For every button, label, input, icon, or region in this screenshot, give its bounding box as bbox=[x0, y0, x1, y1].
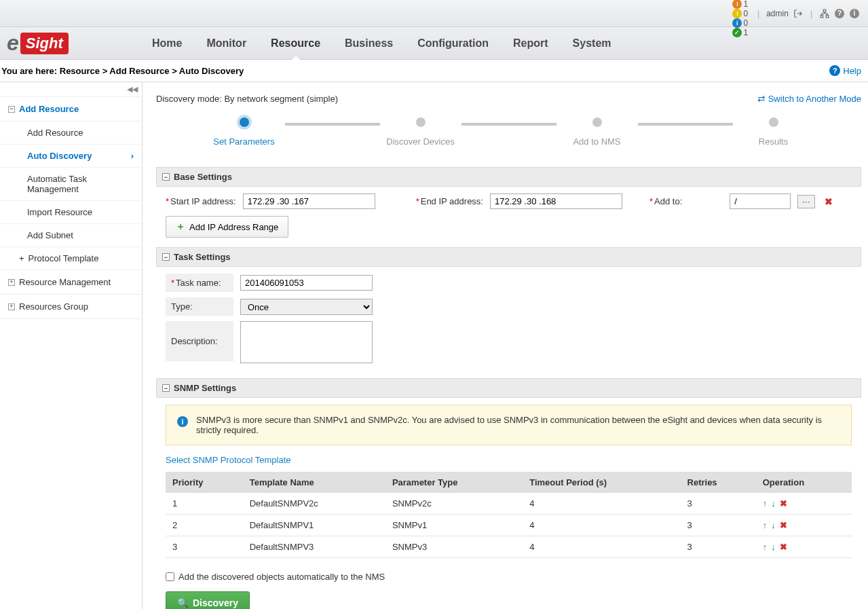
sidebar-item-add-subnet[interactable]: Add Subnet bbox=[0, 224, 142, 247]
user-name[interactable]: admin bbox=[766, 9, 789, 18]
task-name-label: *Task name: bbox=[166, 274, 233, 292]
add-to-browse-button[interactable]: ··· bbox=[797, 195, 815, 208]
sidebar: ◀◀ − Add Resource Add Resource Auto Disc… bbox=[0, 82, 143, 609]
expand-icon[interactable]: + bbox=[19, 253, 24, 263]
add-ip-range-button[interactable]: ＋ Add IP Address Range bbox=[166, 216, 288, 238]
auto-add-label: Add the discovered objects automatically… bbox=[178, 572, 385, 582]
delete-icon[interactable]: ✖ bbox=[780, 520, 787, 530]
sidebar-item-protocol-template[interactable]: + Protocol Template bbox=[0, 247, 142, 270]
sidebar-group-add-resource[interactable]: − Add Resource bbox=[0, 97, 142, 122]
sidebar-group-resource-management[interactable]: + Resource Management bbox=[0, 270, 142, 295]
info-icon[interactable]: i bbox=[849, 8, 860, 19]
breadcrumb-item[interactable]: Resource bbox=[60, 66, 100, 76]
collapse-icon[interactable]: − bbox=[162, 173, 170, 181]
section-header-snmp: − SNMP Settings bbox=[156, 378, 861, 398]
search-icon: 🔍 bbox=[177, 597, 189, 608]
auto-add-checkbox[interactable] bbox=[166, 572, 174, 581]
separator: | bbox=[810, 9, 812, 18]
collapse-icon[interactable]: − bbox=[8, 106, 15, 113]
start-ip-input[interactable] bbox=[243, 193, 375, 209]
help-icon[interactable]: ? bbox=[834, 8, 845, 19]
task-type-select[interactable]: Once bbox=[240, 299, 373, 315]
move-down-icon[interactable]: ↓ bbox=[771, 498, 776, 509]
logout-icon[interactable] bbox=[793, 8, 804, 19]
help-link[interactable]: ? Help bbox=[829, 65, 861, 76]
move-up-icon[interactable]: ↑ bbox=[763, 542, 768, 552]
logo[interactable]: eSight bbox=[7, 31, 122, 56]
sidebar-group-resources-group[interactable]: + Resources Group bbox=[0, 295, 142, 319]
expand-icon[interactable]: + bbox=[8, 303, 15, 310]
nav-system[interactable]: System bbox=[570, 28, 614, 59]
svg-rect-0 bbox=[823, 10, 826, 12]
separator: | bbox=[757, 9, 759, 18]
nav-report[interactable]: Report bbox=[510, 28, 551, 59]
svg-rect-2 bbox=[826, 15, 829, 18]
task-desc-textarea[interactable] bbox=[240, 321, 373, 363]
status-badge[interactable]: ✓1 bbox=[732, 28, 748, 37]
start-ip-label: *Start IP address: bbox=[166, 196, 236, 206]
nav-business[interactable]: Business bbox=[342, 28, 396, 59]
status-badge[interactable]: !0 bbox=[732, 9, 748, 18]
table-header: Priority bbox=[166, 472, 243, 493]
snmp-info-text: SNMPv3 is more secure than SNMPv1 and SN… bbox=[196, 415, 840, 435]
wizard-step: Set Parameters bbox=[204, 117, 285, 147]
chevron-right-icon: › bbox=[131, 151, 134, 161]
task-type-label: Type: bbox=[166, 297, 233, 316]
sidebar-item-auto-discovery[interactable]: Auto Discovery › bbox=[0, 145, 142, 168]
wizard: Set ParametersDiscover DevicesAdd to NMS… bbox=[183, 117, 834, 147]
status-badge[interactable]: i0 bbox=[732, 18, 748, 28]
select-snmp-template-link[interactable]: Select SNMP Protocol Template bbox=[166, 455, 291, 465]
table-header: Parameter Type bbox=[385, 472, 523, 493]
move-down-icon[interactable]: ↓ bbox=[771, 520, 776, 530]
move-down-icon[interactable]: ↓ bbox=[771, 542, 776, 552]
collapse-icon[interactable]: − bbox=[162, 253, 170, 261]
main-nav: HomeMonitorResourceBusinessConfiguration… bbox=[122, 28, 614, 59]
nav-monitor[interactable]: Monitor bbox=[204, 28, 249, 59]
table-row: 2DefaultSNMPV1SNMPv143↑↓✖ bbox=[166, 515, 852, 536]
section-header-task: − Task Settings bbox=[156, 247, 861, 267]
wizard-step: Results bbox=[733, 117, 814, 147]
svg-rect-1 bbox=[820, 15, 823, 18]
table-header: Operation bbox=[756, 472, 852, 493]
discovery-button[interactable]: 🔍 Discovery bbox=[166, 591, 250, 609]
add-to-label: *Add to: bbox=[649, 196, 682, 206]
table-header: Template Name bbox=[243, 472, 385, 493]
collapse-icon[interactable]: − bbox=[162, 384, 170, 392]
end-ip-input[interactable] bbox=[490, 193, 622, 209]
wizard-step: Add to NMS bbox=[556, 117, 638, 147]
task-name-input[interactable] bbox=[240, 275, 373, 291]
discovery-mode-label: Discovery mode: By network segment (simp… bbox=[156, 94, 338, 104]
remove-row-icon[interactable]: ✖ bbox=[825, 196, 833, 207]
sidebar-item-import-resource[interactable]: Import Resource bbox=[0, 201, 142, 224]
move-up-icon[interactable]: ↑ bbox=[763, 498, 768, 509]
delete-icon[interactable]: ✖ bbox=[780, 498, 787, 509]
sidebar-item-auto-task[interactable]: Automatic Task Management bbox=[0, 168, 142, 201]
task-desc-label: Description: bbox=[166, 321, 233, 361]
snmp-info-box: i SNMPv3 is more secure than SNMPv1 and … bbox=[166, 405, 852, 445]
topology-icon[interactable] bbox=[819, 8, 830, 19]
sidebar-item-add-resource[interactable]: Add Resource bbox=[0, 122, 142, 145]
plus-icon: ＋ bbox=[176, 221, 185, 233]
status-badge[interactable]: !1 bbox=[732, 0, 748, 9]
table-header: Timeout Period (s) bbox=[523, 472, 680, 493]
info-icon: i bbox=[177, 416, 188, 427]
breadcrumb-item[interactable]: Add Resource bbox=[109, 66, 169, 76]
topbar: ⟳1!1!0i0✓1 | admin | ? i bbox=[0, 0, 868, 27]
delete-icon[interactable]: ✖ bbox=[780, 542, 787, 552]
add-to-input[interactable] bbox=[730, 193, 791, 209]
sidebar-collapse-icon[interactable]: ◀◀ bbox=[0, 82, 142, 97]
nav-resource[interactable]: Resource bbox=[268, 28, 323, 59]
section-header-base: − Base Settings bbox=[156, 167, 861, 187]
breadcrumb: You are here: Resource > Add Resource > … bbox=[1, 66, 244, 76]
help-icon: ? bbox=[829, 65, 840, 76]
table-row: 1DefaultSNMPV2cSNMPv2c43↑↓✖ bbox=[166, 493, 852, 515]
main-content: Discovery mode: By network segment (simp… bbox=[143, 82, 868, 609]
nav-configuration[interactable]: Configuration bbox=[415, 28, 491, 59]
move-up-icon[interactable]: ↑ bbox=[763, 520, 768, 530]
breadcrumb-prefix: You are here: bbox=[1, 66, 57, 76]
nav-home[interactable]: Home bbox=[149, 28, 185, 59]
wizard-step: Discover Devices bbox=[380, 117, 461, 147]
table-row: 3DefaultSNMPV3SNMPv343↑↓✖ bbox=[166, 536, 852, 558]
expand-icon[interactable]: + bbox=[8, 279, 15, 286]
switch-mode-link[interactable]: ⇄ Switch to Another Mode bbox=[757, 93, 861, 104]
